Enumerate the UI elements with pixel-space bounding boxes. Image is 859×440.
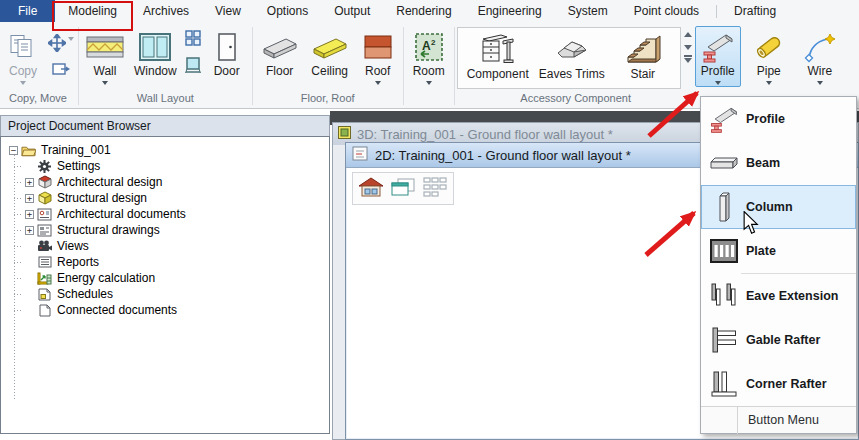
roof-button[interactable]: Roof <box>355 26 401 87</box>
menu-item-profile[interactable]: Profile <box>701 97 856 141</box>
tree-item-label: Reports <box>55 255 101 269</box>
accessory-gallery: Component Eaves Trims Stair <box>457 27 681 89</box>
copy-button[interactable]: Copy <box>0 26 46 87</box>
tab-archives[interactable]: Archives <box>130 0 202 22</box>
tree-item-label: Structural drawings <box>55 223 162 237</box>
move-icon <box>48 34 66 55</box>
tree-item-structural-drawings[interactable]: + Structural drawings <box>1 222 329 238</box>
tree-item-label: Energy calculation <box>55 271 157 285</box>
tree-item-connected-documents[interactable]: Connected documents <box>1 302 329 318</box>
tree-item-views[interactable]: Views <box>1 238 329 254</box>
tab-system[interactable]: System <box>555 0 621 22</box>
menu-item-label: Profile <box>746 112 785 126</box>
roof-icon <box>362 30 394 64</box>
menu-item-gable-rafter[interactable]: Gable Rafter <box>701 318 856 362</box>
tab-options[interactable]: Options <box>254 0 321 22</box>
reports-icon <box>37 255 52 269</box>
tab-drafting[interactable]: Drafting <box>721 0 789 22</box>
tree-item-structural-design[interactable]: + Structural design <box>1 190 329 206</box>
panel-header[interactable]: Project Document Browser <box>0 115 330 136</box>
pipe-button[interactable]: Pipe <box>746 26 792 87</box>
panel-body: − Training_001 Settings + Architectural … <box>0 136 330 434</box>
tile-windows-button[interactable] <box>420 175 450 202</box>
tab-divider <box>716 5 717 18</box>
wall-button[interactable]: Wall <box>81 26 129 87</box>
profile-button[interactable]: Profile <box>695 26 741 87</box>
cascade-windows-button[interactable] <box>388 175 418 202</box>
menu-item-column[interactable]: Column <box>701 185 856 229</box>
tree-item-label: Architectural design <box>55 175 164 189</box>
component-icon <box>477 33 519 67</box>
expand-icon[interactable]: + <box>25 226 34 235</box>
ceiling-button[interactable]: Ceiling <box>305 26 355 80</box>
gallery-scroll-up-icon[interactable] <box>684 32 692 37</box>
expand-icon[interactable]: + <box>25 194 34 203</box>
menu-item-label: Column <box>746 200 793 214</box>
window-icon <box>138 30 172 64</box>
group-copy-move: Copy Copy, Move <box>0 26 76 108</box>
tab-view[interactable]: View <box>202 0 254 22</box>
gallery-scroll-controls <box>681 26 695 63</box>
tab-rendering[interactable]: Rendering <box>383 0 464 22</box>
menu-item-beam[interactable]: Beam <box>701 141 856 185</box>
folder-open-icon <box>21 143 36 157</box>
component-button[interactable]: Component <box>462 29 534 83</box>
menu-item-label: Eave Extension <box>746 289 838 303</box>
profile-dropdown-menu: Profile Beam Column Plate Eave Extension… <box>700 96 857 434</box>
menu-item-label: Beam <box>746 156 780 170</box>
menu-item-eave-extension[interactable]: Eave Extension <box>701 274 856 318</box>
drawing-window-icon <box>352 146 368 164</box>
tab-engineering[interactable]: Engineering <box>465 0 555 22</box>
wire-button[interactable]: Wire <box>797 26 843 87</box>
small-window-icon <box>184 63 202 77</box>
tab-modeling[interactable]: Modeling <box>55 0 130 22</box>
floor-plan-view-button[interactable] <box>356 175 386 202</box>
tree-item-project-root[interactable]: − Training_001 <box>1 142 329 158</box>
copy-label: Copy <box>9 64 37 78</box>
move-button[interactable] <box>48 30 74 55</box>
tree-item-architectural-documents[interactable]: + Architectural documents <box>1 206 329 222</box>
plate-icon <box>706 237 742 265</box>
tree-item-architectural-design[interactable]: + Architectural design <box>1 174 329 190</box>
tab-output[interactable]: Output <box>321 0 383 22</box>
gallery-expand-icon[interactable] <box>684 58 692 63</box>
gallery-scroll-down-icon[interactable] <box>684 45 692 50</box>
floor-button[interactable]: Floor <box>255 26 305 80</box>
menu-item-corner-rafter[interactable]: Corner Rafter <box>701 362 856 406</box>
tree-item-label: Training_001 <box>39 143 113 157</box>
door-button[interactable]: Door <box>204 26 250 80</box>
room-dropdown-caret <box>426 81 432 85</box>
eaves-trims-button[interactable]: Eaves Trims <box>534 29 610 83</box>
tile-windows-icon <box>423 177 447 200</box>
project-document-browser: Project Document Browser − Training_001 … <box>0 115 330 440</box>
tab-file[interactable]: File <box>0 0 55 22</box>
menu-footer[interactable]: Button Menu <box>701 406 856 433</box>
window-grid-button[interactable] <box>185 30 201 49</box>
tree-item-schedules[interactable]: Schedules <box>1 286 329 302</box>
room-label: Room <box>413 64 445 78</box>
expand-icon[interactable]: + <box>25 210 34 219</box>
tree-item-label: Settings <box>55 159 102 173</box>
roof-dropdown-caret <box>375 81 381 85</box>
tree-item-label: Connected documents <box>55 303 179 317</box>
group-separator <box>403 27 404 105</box>
tree-item-reports[interactable]: Reports <box>1 254 329 270</box>
menu-item-label: Gable Rafter <box>746 333 820 347</box>
expand-icon[interactable]: + <box>25 178 34 187</box>
architectural-documents-icon <box>37 207 52 221</box>
tree-item-settings[interactable]: Settings <box>1 158 329 174</box>
collapse-expander-icon[interactable]: − <box>9 146 18 155</box>
small-window-button[interactable] <box>184 56 202 77</box>
group-room: A2 Room <box>406 26 452 108</box>
gear-icon <box>37 159 52 173</box>
stair-button[interactable]: Stair <box>610 29 676 83</box>
window-button[interactable]: Window <box>129 26 182 80</box>
copy-to-window-button[interactable] <box>52 62 70 79</box>
room-button[interactable]: A2 Room <box>406 26 452 87</box>
stair-icon <box>622 33 664 67</box>
tab-point-clouds[interactable]: Point clouds <box>621 0 712 22</box>
menu-item-plate[interactable]: Plate <box>701 229 856 273</box>
tree-item-energy-calculation[interactable]: Energy calculation <box>1 270 329 286</box>
architectural-design-icon <box>37 175 52 189</box>
tree-item-label: Schedules <box>55 287 115 301</box>
